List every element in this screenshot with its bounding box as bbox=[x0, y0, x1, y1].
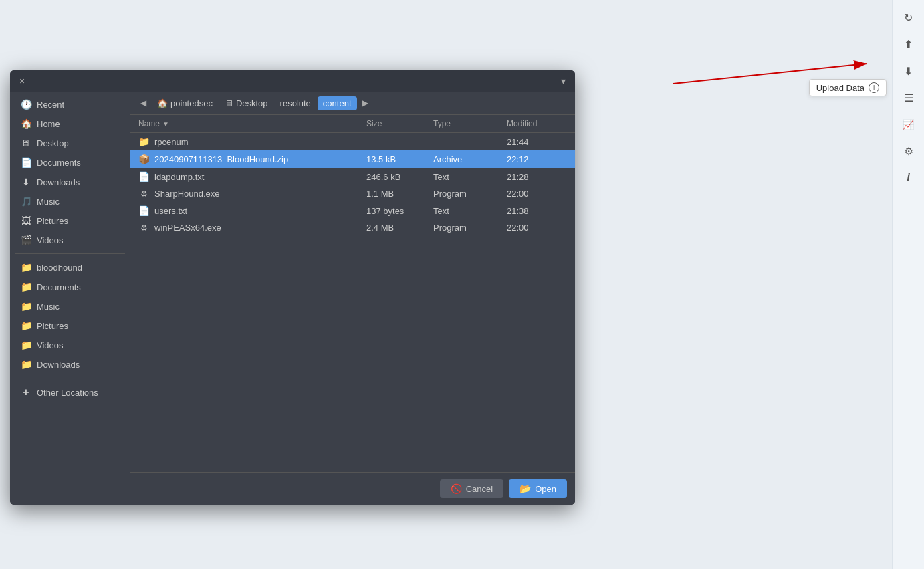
breadcrumb-resolute[interactable]: resolute bbox=[275, 96, 316, 110]
download-icon[interactable]: ⬇ bbox=[897, 59, 921, 83]
breadcrumb-label-content: content bbox=[323, 98, 352, 108]
file-size: 1.1 MB bbox=[366, 189, 433, 199]
sidebar-item-pictures[interactable]: 🖼 Pictures bbox=[13, 211, 128, 230]
sidebar-item-videos2[interactable]: 📁 Videos bbox=[13, 336, 128, 354]
cancel-button[interactable]: 🚫 Cancel bbox=[440, 479, 503, 498]
downloads-icon: ⬇ bbox=[21, 177, 31, 187]
refresh-icon[interactable]: ↻ bbox=[897, 5, 921, 29]
sidebar-label-desktop: Desktop bbox=[37, 138, 69, 148]
home-icon: 🏠 bbox=[21, 118, 31, 129]
file-type: Text bbox=[433, 206, 507, 216]
open-icon: 📂 bbox=[519, 483, 531, 494]
header-name[interactable]: Name ▼ bbox=[138, 119, 366, 128]
home-bc-icon: 🏠 bbox=[157, 98, 168, 108]
dialog-menu-button[interactable]: ▾ bbox=[556, 74, 570, 88]
info-icon[interactable]: i bbox=[897, 166, 921, 190]
sidebar-label-music2: Music bbox=[37, 302, 60, 312]
upload-data-info-icon: i bbox=[869, 82, 879, 93]
breadcrumb-bar: ◀ 🏠 pointedsec 🖥 Desktop resolute conten… bbox=[130, 92, 575, 115]
exe-icon: ⚙ bbox=[138, 223, 149, 233]
dialog-main: ◀ 🏠 pointedsec 🖥 Desktop resolute conten… bbox=[130, 92, 575, 505]
file-list: Name ▼ Size Type Modified 📁 rpcenum 21:4 bbox=[130, 115, 575, 472]
other-locations-icon: + bbox=[21, 386, 31, 399]
sidebar-label-documents: Documents bbox=[37, 158, 81, 168]
sidebar-item-downloads2[interactable]: 📁 Downloads bbox=[13, 355, 128, 374]
sidebar-label-other-locations: Other Locations bbox=[37, 388, 98, 398]
sidebar-item-videos[interactable]: 🎬 Videos bbox=[13, 231, 128, 249]
documents-icon: 📄 bbox=[21, 157, 31, 168]
file-row[interactable]: 📄 ldapdump.txt 246.6 kB Text 21:28 bbox=[130, 168, 575, 185]
sidebar-label-music: Music bbox=[37, 197, 60, 207]
pictures-icon: 🖼 bbox=[21, 215, 31, 226]
open-button[interactable]: 📂 Open bbox=[509, 479, 567, 498]
sort-icon: ▼ bbox=[162, 120, 169, 128]
downloads2-folder-icon: 📁 bbox=[21, 359, 31, 370]
file-type: Program bbox=[433, 223, 507, 233]
sidebar-item-recent[interactable]: 🕐 Recent bbox=[13, 95, 128, 114]
file-modified: 21:44 bbox=[507, 137, 567, 147]
dialog-titlebar: × ▾ bbox=[10, 70, 575, 92]
exe-icon: ⚙ bbox=[138, 189, 149, 199]
sidebar-item-music2[interactable]: 📁 Music bbox=[13, 297, 128, 316]
header-size[interactable]: Size bbox=[366, 119, 433, 128]
videos-icon: 🎬 bbox=[21, 235, 31, 245]
upload-data-tooltip: Upload Data i bbox=[809, 79, 887, 96]
file-name-cell: 📄 ldapdump.txt bbox=[138, 171, 366, 182]
cancel-label: Cancel bbox=[466, 484, 493, 494]
forward-button[interactable]: ▶ bbox=[358, 96, 373, 110]
sidebar-item-home[interactable]: 🏠 Home bbox=[13, 114, 128, 133]
sidebar-item-music[interactable]: 🎵 Music bbox=[13, 192, 128, 211]
sidebar-item-bloodhound[interactable]: 📁 bloodhound bbox=[13, 258, 128, 277]
upload-icon[interactable]: ⬆ bbox=[897, 32, 921, 56]
file-row[interactable]: ⚙ SharpHound.exe 1.1 MB Program 22:00 bbox=[130, 185, 575, 202]
sidebar-label-downloads2: Downloads bbox=[37, 360, 80, 370]
file-modified: 21:38 bbox=[507, 206, 567, 216]
breadcrumb-desktop[interactable]: 🖥 Desktop bbox=[219, 96, 273, 110]
header-modified[interactable]: Modified bbox=[507, 119, 567, 128]
file-modified: 22:12 bbox=[507, 154, 567, 164]
file-row[interactable]: ⚙ winPEASx64.exe 2.4 MB Program 22:00 bbox=[130, 219, 575, 236]
sidebar-item-pictures2[interactable]: 📁 Pictures bbox=[13, 316, 128, 335]
pictures2-folder-icon: 📁 bbox=[21, 320, 31, 331]
file-name-cell: 📄 users.txt bbox=[138, 205, 366, 216]
file-type: Program bbox=[433, 189, 507, 199]
sidebar-label-home: Home bbox=[37, 119, 60, 129]
file-name-cell: 📁 rpcenum bbox=[138, 136, 366, 147]
sidebar-label-videos: Videos bbox=[37, 235, 64, 245]
header-type[interactable]: Type bbox=[433, 119, 507, 128]
dialog-close-button[interactable]: × bbox=[15, 74, 29, 88]
file-modified: 22:00 bbox=[507, 223, 567, 233]
sidebar-item-downloads[interactable]: ⬇ Downloads bbox=[13, 173, 128, 191]
file-row[interactable]: 📄 users.txt 137 bytes Text 21:38 bbox=[130, 202, 575, 219]
breadcrumb-content[interactable]: content bbox=[318, 96, 357, 110]
chart-icon[interactable]: 📈 bbox=[897, 112, 921, 136]
sidebar-label-pictures2: Pictures bbox=[37, 321, 68, 331]
sidebar-item-documents2[interactable]: 📁 Documents bbox=[13, 277, 128, 296]
file-size: 137 bytes bbox=[366, 206, 433, 216]
recent-icon: 🕐 bbox=[21, 99, 31, 110]
sidebar-item-desktop[interactable]: 🖥 Desktop bbox=[13, 134, 128, 152]
file-name-cell: ⚙ SharpHound.exe bbox=[138, 189, 366, 199]
settings-icon[interactable]: ⚙ bbox=[897, 139, 921, 163]
bloodhound-folder-icon: 📁 bbox=[21, 262, 31, 273]
sidebar-item-documents[interactable]: 📄 Documents bbox=[13, 153, 128, 172]
right-sidebar: ↻ ⬆ ⬇ ☰ 📈 ⚙ i bbox=[892, 0, 924, 569]
sidebar-divider-2 bbox=[15, 378, 125, 378]
file-name: winPEASx64.exe bbox=[154, 223, 221, 233]
open-label: Open bbox=[535, 484, 556, 494]
folder-icon: 📁 bbox=[138, 136, 149, 147]
videos2-folder-icon: 📁 bbox=[21, 340, 31, 350]
back-button[interactable]: ◀ bbox=[136, 96, 150, 110]
sidebar-label-downloads: Downloads bbox=[37, 177, 80, 187]
documents2-folder-icon: 📁 bbox=[21, 281, 31, 292]
sidebar-item-other-locations[interactable]: + Other Locations bbox=[13, 382, 128, 403]
file-size: 246.6 kB bbox=[366, 172, 433, 182]
file-row[interactable]: 📁 rpcenum 21:44 bbox=[130, 133, 575, 150]
cancel-icon: 🚫 bbox=[451, 483, 462, 494]
list-icon[interactable]: ☰ bbox=[897, 86, 921, 110]
text-file-icon: 📄 bbox=[138, 205, 149, 216]
breadcrumb-home[interactable]: 🏠 pointedsec bbox=[152, 96, 218, 110]
file-row[interactable]: 📦 20240907111313_BloodHound.zip 13.5 kB … bbox=[130, 150, 575, 168]
file-name: users.txt bbox=[154, 206, 187, 216]
file-name: ldapdump.txt bbox=[154, 172, 204, 182]
